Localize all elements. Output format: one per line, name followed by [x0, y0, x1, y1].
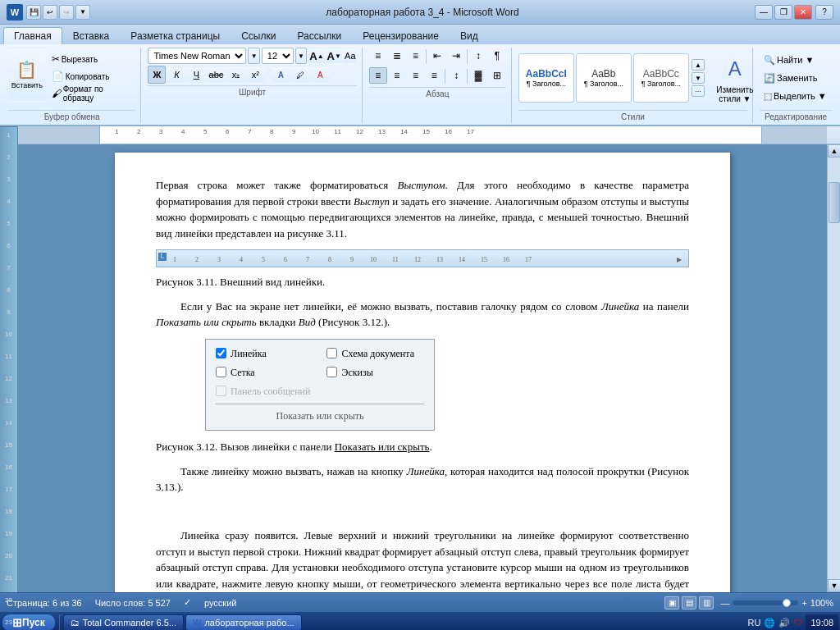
- clear-format-btn[interactable]: Аа: [344, 48, 357, 64]
- schema-checkbox[interactable]: [326, 348, 337, 358]
- border-btn[interactable]: ⊞: [488, 67, 506, 84]
- align-right-btn[interactable]: ≡: [407, 67, 425, 84]
- taskbar: ⊞ Пуск 🗂 Total Commander 6.5... W лабора…: [0, 612, 840, 630]
- document-page[interactable]: Первая строка может также форматироватьс…: [115, 153, 730, 592]
- subscript-btn[interactable]: x₂: [226, 66, 244, 84]
- styles-label: Стили: [518, 110, 747, 121]
- decrease-indent-btn[interactable]: ⇤: [428, 48, 446, 64]
- styles-up-btn[interactable]: ▲: [692, 59, 705, 71]
- font-name-select[interactable]: Times New Roman: [148, 48, 246, 64]
- tab-insert[interactable]: Вставка: [62, 27, 121, 44]
- change-styles-btn[interactable]: Изменить стили ▼: [710, 85, 760, 103]
- minimize-btn[interactable]: —: [755, 5, 773, 20]
- paragraph-4: Линейка сразу появится. Левые верхний и …: [156, 527, 689, 592]
- format-painter-btn[interactable]: 🖌 Формат по образцу: [48, 85, 136, 102]
- eskizy-label: Эскизы: [341, 365, 372, 380]
- superscript-btn[interactable]: x²: [246, 66, 264, 84]
- customize-qs-btn[interactable]: ▼: [75, 5, 90, 20]
- restore-btn[interactable]: ❐: [774, 5, 792, 20]
- font-name-dropdown[interactable]: ▼: [248, 48, 259, 64]
- help-btn[interactable]: ?: [815, 5, 833, 20]
- styles-more-btn[interactable]: ⋯: [692, 85, 705, 97]
- styles-group: AaBbCcI ¶ Заголов... AaBb ¶ Заголов... A…: [514, 48, 753, 123]
- select-btn[interactable]: ⬚ Выделить ▼: [760, 88, 832, 104]
- p2-italic2: Показать или скрыть: [156, 316, 257, 328]
- tab-layout[interactable]: Разметка страницы: [120, 27, 231, 44]
- font-row-1: Times New Roman ▼ 12 ▼ A▲ A▼ Аа: [148, 48, 356, 64]
- close-btn[interactable]: ✕: [794, 5, 812, 20]
- lr-3: 3: [7, 176, 10, 183]
- ruler-white: 1 2 3 4 5 6 7 8 9 10 11 12 13: [100, 126, 761, 144]
- zoom-slider[interactable]: [733, 600, 798, 605]
- scroll-down-btn[interactable]: ▼: [828, 579, 840, 592]
- font-size-dropdown[interactable]: ▼: [295, 48, 307, 64]
- vertical-scrollbar: ▲ ▼: [827, 144, 840, 592]
- tab-view[interactable]: Вид: [450, 27, 489, 44]
- redo-qs-btn[interactable]: ↪: [59, 5, 74, 20]
- ruler-right-margin: [761, 126, 827, 144]
- sort-btn[interactable]: ↕: [469, 48, 487, 64]
- multilevel-list-btn[interactable]: ≡: [407, 48, 425, 64]
- language: русский: [204, 598, 236, 608]
- increase-indent-btn[interactable]: ⇥: [447, 48, 465, 64]
- italic-btn[interactable]: К: [167, 66, 185, 84]
- dialog-schema-row: Схема документа: [326, 346, 414, 361]
- panel-checkbox[interactable]: [216, 386, 226, 396]
- clipboard-group: 📋 Вставить ✂ Вырезать 📄 Копировать 🖌 Фор…: [3, 48, 141, 123]
- styles-down-btn[interactable]: ▼: [692, 72, 705, 84]
- taskbar-total-commander[interactable]: 🗂 Total Commander 6.5...: [63, 614, 184, 630]
- font-group-content: Times New Roman ▼ 12 ▼ A▲ A▼ Аа Ж К Ч ab…: [148, 48, 356, 84]
- eskizy-checkbox[interactable]: [326, 367, 337, 377]
- setka-checkbox[interactable]: [216, 367, 226, 377]
- shading-btn[interactable]: ▓: [469, 67, 487, 84]
- cut-btn[interactable]: ✂ Вырезать: [48, 51, 136, 67]
- tab-home[interactable]: Главная: [3, 27, 62, 44]
- zoom-in-btn[interactable]: +: [801, 598, 806, 608]
- justify-btn[interactable]: ≡: [425, 67, 443, 84]
- lineyika-checkbox[interactable]: [216, 348, 226, 358]
- style-heading2-label: ¶ Заголов...: [584, 80, 623, 88]
- find-btn[interactable]: 🔍 Найти ▼: [760, 52, 832, 68]
- view-print-btn[interactable]: ▣: [664, 596, 679, 609]
- align-left-btn[interactable]: ≡: [369, 67, 387, 84]
- bold-btn[interactable]: Ж: [148, 66, 166, 84]
- view-fullscreen-btn[interactable]: ▤: [682, 596, 696, 609]
- grow-font-btn[interactable]: A▲: [308, 48, 324, 64]
- highlight-btn[interactable]: 🖊: [291, 66, 309, 84]
- text-effects-btn[interactable]: А: [272, 66, 290, 84]
- style-heading3[interactable]: AaBbCc ¶ Заголов...: [633, 53, 689, 103]
- zoom-out-btn[interactable]: —: [720, 598, 729, 608]
- numbering-btn[interactable]: ≣: [388, 48, 406, 64]
- replace-btn[interactable]: 🔄 Заменить: [760, 70, 832, 86]
- lr-13: 13: [5, 397, 12, 404]
- tab-mailings[interactable]: Рассылки: [286, 27, 352, 44]
- align-center-btn[interactable]: ≡: [388, 67, 406, 84]
- lr-11: 11: [5, 353, 12, 360]
- taskbar-word[interactable]: W лабораторная рабо...: [185, 614, 302, 630]
- scroll-up-btn[interactable]: ▲: [828, 144, 840, 158]
- left-ruler: 1 2 3 4 5 6 7 8 9 10 11 12 13 14 15 16 1…: [0, 126, 18, 592]
- title-bar-left: W 💾 ↩ ↪ ▼: [7, 4, 90, 21]
- copy-btn[interactable]: 📄 Копировать: [48, 68, 136, 84]
- view-web-btn[interactable]: ▥: [699, 596, 714, 609]
- save-qs-btn[interactable]: 💾: [26, 5, 41, 20]
- tab-references[interactable]: Ссылки: [231, 27, 286, 44]
- replace-icon: 🔄: [764, 73, 775, 84]
- underline-btn[interactable]: Ч: [187, 66, 205, 84]
- scroll-thumb[interactable]: [829, 182, 840, 223]
- font-size-select[interactable]: 12: [262, 48, 294, 64]
- styles-scroll: ▲ ▼ ⋯: [692, 59, 705, 97]
- strikethrough-btn[interactable]: abc: [207, 66, 225, 84]
- undo-qs-btn[interactable]: ↩: [43, 5, 57, 20]
- show-formatting-btn[interactable]: ¶: [488, 48, 506, 64]
- paragraph-label: Абзац: [369, 87, 506, 98]
- tab-review[interactable]: Рецензирование: [352, 27, 450, 44]
- style-heading2[interactable]: AaBb ¶ Заголов...: [576, 53, 632, 103]
- doc-scroll-wrapper: Первая строка может также форматироватьс…: [18, 144, 840, 592]
- paste-btn[interactable]: 📋 Вставить: [8, 48, 46, 102]
- bullets-btn[interactable]: ≡: [369, 48, 387, 64]
- line-spacing-btn[interactable]: ↕: [447, 67, 465, 84]
- style-heading1[interactable]: AaBbCcI ¶ Заголов...: [518, 53, 574, 103]
- font-color-btn[interactable]: А: [311, 66, 329, 84]
- shrink-font-btn[interactable]: A▼: [326, 48, 342, 64]
